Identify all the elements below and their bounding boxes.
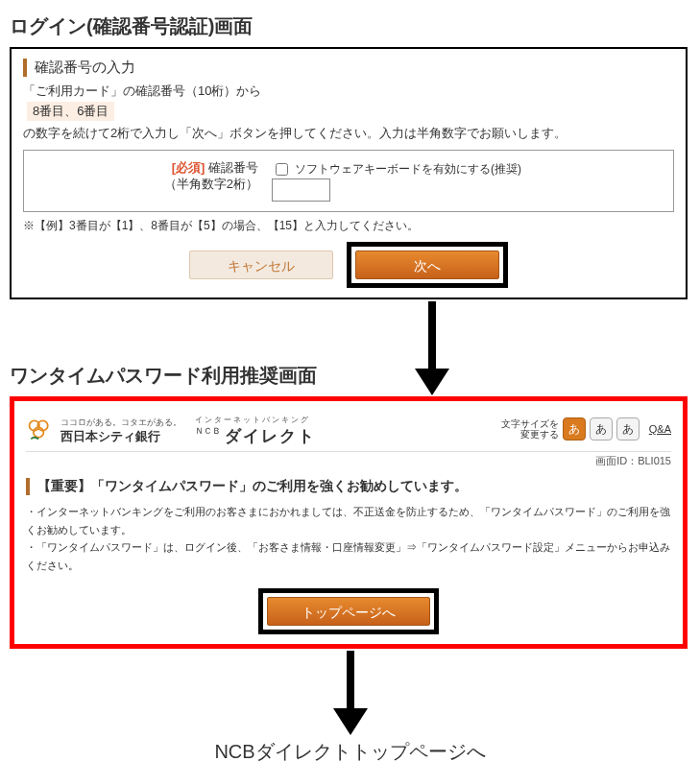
screen-id: 画面ID：BLI015 — [26, 454, 671, 468]
checkbox-label: ソフトウェアキーボードを有効にする(推奨) — [295, 161, 521, 178]
next-button[interactable]: 次へ — [355, 250, 499, 279]
direct-logo: ダイレクト — [225, 427, 316, 445]
font-size-control: 文字サイズを 変更する あ あ あ Q&A — [501, 417, 671, 441]
section2-title: ワンタイムパスワード利用推奨画面 — [10, 363, 690, 389]
required-mark: [必須] — [172, 160, 205, 175]
bank-logo-icon — [26, 416, 53, 442]
bank-name: 西日本シティ銀行 — [60, 429, 160, 443]
soft-keyboard-checkbox[interactable] — [276, 163, 288, 176]
bullet1: インターネットバンキングをご利用のお客さまにおかれましては、不正送金を防止するた… — [26, 506, 670, 536]
field-label-col: [必須] 確認番号 （半角数字2桁） — [37, 160, 258, 193]
bullet2: 「ワンタイムパスワード」は、ログイン後、「お客さま情報・口座情報変更」⇒「ワンタ… — [26, 541, 670, 571]
confirm-heading: 確認番号の入力 — [23, 59, 674, 77]
field-hint: （半角数字2桁） — [164, 177, 258, 191]
otp-heading: 【重要】「ワンタイムパスワード」のご利用を強くお勧めしています。 — [26, 478, 671, 495]
font-label: 文字サイズを 変更する — [501, 418, 559, 440]
toppage-button-wrap: トップページへ — [26, 588, 671, 634]
cancel-button[interactable]: キャンセル — [189, 250, 333, 279]
login-panel: 確認番号の入力 「ご利用カード」の確認番号（10桁）から 8番目、6番目 の数字… — [10, 47, 688, 299]
line1: 「ご利用カード」の確認番号（10桁）から — [23, 83, 674, 100]
font-large-button[interactable]: あ — [616, 417, 640, 441]
form-box: [必須] 確認番号 （半角数字2桁） ソフトウェアキーボードを有効にする(推奨) — [23, 150, 674, 212]
bank-header: ココロがある。コタエがある。 西日本シティ銀行 インターネットバンキング ＮＣＢ… — [26, 411, 671, 452]
font-small-button[interactable]: あ — [563, 417, 586, 441]
otp-panel: ココロがある。コタエがある。 西日本シティ銀行 インターネットバンキング ＮＣＢ… — [10, 396, 688, 649]
font-medium-button[interactable]: あ — [590, 417, 613, 441]
arrow-down-2 — [333, 651, 368, 735]
field-label: 確認番号 — [208, 160, 258, 175]
section1-title: ログイン(確認番号認証)画面 — [10, 13, 690, 39]
line2: の数字を続けて2桁で入力し「次へ」ボタンを押してください。入力は半角数字でお願い… — [23, 125, 674, 142]
field-input-col: ソフトウェアキーボードを有効にする(推奨) — [272, 160, 521, 202]
otp-bullets: ・インターネットバンキングをご利用のお客さまにおかれましては、不正送金を防止する… — [26, 503, 671, 575]
toppage-button[interactable]: トップページへ — [267, 597, 430, 626]
qa-link[interactable]: Q&A — [649, 423, 671, 435]
next-highlight-frame: 次へ — [347, 242, 508, 288]
digit-positions: 8番目、6番目 — [27, 102, 114, 121]
confirm-number-input[interactable] — [272, 179, 330, 202]
example-note: ※【例】3番目が【1】、8番目が【5】の場合、【15】と入力してください。 — [23, 218, 674, 234]
toppage-highlight-frame: トップページへ — [258, 588, 439, 634]
final-text: NCBダイレクトトップページへ — [10, 739, 690, 762]
button-row: キャンセル 次へ — [23, 242, 674, 288]
bank-tagline: ココロがある。コタエがある。 — [60, 417, 181, 427]
direct-subtitle: インターネットバンキング — [195, 416, 310, 424]
direct-small: ＮＣＢ — [195, 426, 221, 436]
